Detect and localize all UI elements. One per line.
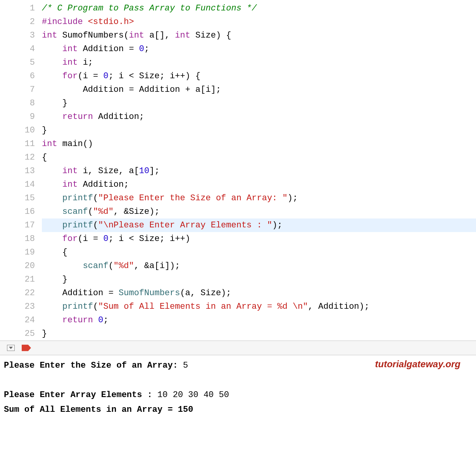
code-line: for(i = 0; i < Size; i++) — [42, 232, 476, 246]
code-line: int Addition = 0; — [42, 42, 476, 56]
line-number: 5 — [0, 56, 35, 69]
console-line: Please Enter Array Elements : 10 20 30 4… — [4, 388, 472, 403]
code-line: scanf("%d", &a[i]); — [42, 259, 476, 273]
console-toolbar — [0, 341, 476, 355]
dropdown-icon[interactable] — [7, 345, 15, 351]
code-line: return 0; — [42, 313, 476, 327]
code-line: printf("Sum of All Elements in an Array … — [42, 300, 476, 313]
code-line: int i; — [42, 56, 476, 69]
line-number: 19 — [0, 246, 35, 259]
code-line: scanf("%d", &Size); — [42, 205, 476, 218]
code-line: printf("Please Enter the Size of an Arra… — [42, 191, 476, 205]
code-line: return Addition; — [42, 110, 476, 124]
code-line: int SumofNumbers(int a[], int Size) { — [42, 29, 476, 42]
line-number: 22 — [0, 286, 35, 300]
line-number: 1 — [0, 2, 35, 15]
code-line: { — [42, 246, 476, 259]
line-number: 10 — [0, 124, 35, 137]
code-line: } — [42, 327, 476, 341]
code-editor: 1234567891011121314151617181920212223242… — [0, 0, 476, 341]
code-line: /* C Program to Pass Array to Functions … — [42, 2, 476, 15]
console-output: tutorialgateway.org Please Enter the Siz… — [0, 355, 476, 420]
console-line: Sum of All Elements in an Array = 150 — [4, 403, 472, 417]
tag-icon[interactable] — [22, 344, 31, 351]
line-number-gutter: 1234567891011121314151617181920212223242… — [0, 2, 42, 341]
code-line: int Addition; — [42, 178, 476, 191]
line-number: 9 — [0, 110, 35, 124]
line-number: 13 — [0, 164, 35, 178]
line-number: 15 — [0, 191, 35, 205]
line-number: 18 — [0, 232, 35, 246]
line-number: 20 — [0, 259, 35, 273]
line-number: 21 — [0, 273, 35, 286]
console-line — [4, 373, 472, 388]
code-line: { — [42, 151, 476, 164]
code-line: } — [42, 273, 476, 286]
line-number: 17 — [0, 218, 35, 232]
code-line: } — [42, 124, 476, 137]
svg-marker-0 — [9, 347, 13, 349]
line-number: 14 — [0, 178, 35, 191]
watermark: tutorialgateway.org — [375, 357, 460, 372]
code-line: int main() — [42, 137, 476, 151]
code-line: Addition = Addition + a[i]; — [42, 83, 476, 96]
svg-marker-1 — [22, 345, 31, 351]
line-number: 25 — [0, 327, 35, 341]
line-number: 2 — [0, 15, 35, 29]
code-line: for(i = 0; i < Size; i++) { — [42, 69, 476, 83]
line-number: 23 — [0, 300, 35, 313]
line-number: 11 — [0, 137, 35, 151]
code-line: #include <stdio.h> — [42, 15, 476, 29]
line-number: 6 — [0, 69, 35, 83]
line-number: 3 — [0, 29, 35, 42]
line-number: 8 — [0, 96, 35, 110]
code-line: printf("\nPlease Enter Array Elements : … — [42, 218, 476, 232]
line-number: 4 — [0, 42, 35, 56]
code-line: } — [42, 96, 476, 110]
line-number: 24 — [0, 313, 35, 327]
code-line: int i, Size, a[10]; — [42, 164, 476, 178]
line-number: 12 — [0, 151, 35, 164]
line-number: 16 — [0, 205, 35, 218]
line-number: 7 — [0, 83, 35, 96]
code-area: /* C Program to Pass Array to Functions … — [42, 2, 476, 341]
code-line: Addition = SumofNumbers(a, Size); — [42, 286, 476, 300]
